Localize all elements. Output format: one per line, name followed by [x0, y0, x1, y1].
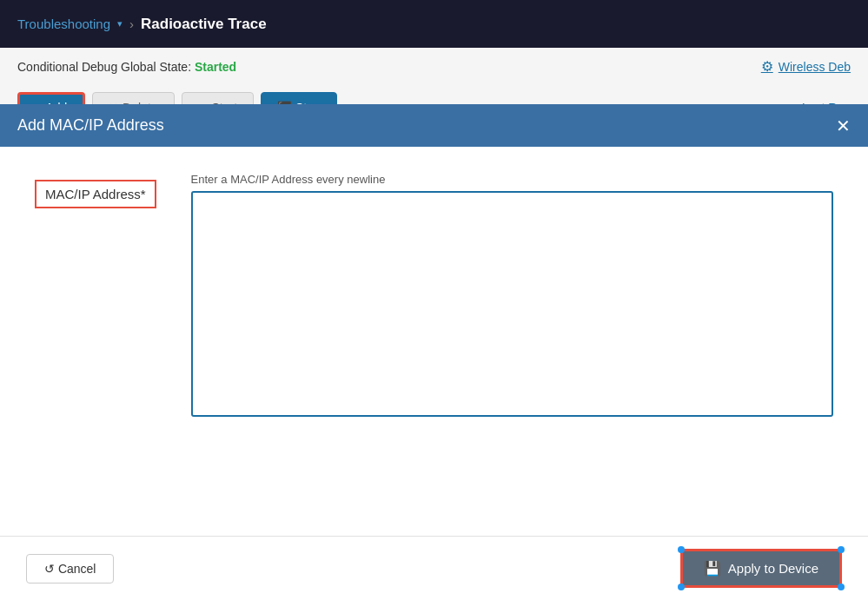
field-label-container: MAC/IP Address* [35, 173, 156, 208]
mac-ip-input-container: Enter a MAC/IP Address every newline [191, 173, 833, 417]
nav-separator: › [129, 16, 134, 31]
toolbar-area: Conditional Debug Global State: Started … [0, 48, 868, 85]
top-nav-bar: Troubleshooting ▾ › Radioactive Trace [0, 0, 868, 48]
modal-close-button[interactable]: ✕ [836, 117, 851, 135]
debug-status-container: Conditional Debug Global State: Started [17, 59, 236, 75]
modal-title: Add MAC/IP Address [17, 116, 164, 135]
page-title: Radioactive Trace [141, 16, 267, 33]
gear-icon: ⚙ [761, 58, 773, 75]
mac-ip-textarea[interactable] [191, 191, 833, 417]
debug-status-label: Conditional Debug Global State: Started [17, 60, 236, 74]
debug-status-value: Started [195, 60, 236, 74]
floppy-disk-icon: 💾 [704, 560, 721, 577]
wireless-debug-button[interactable]: ⚙ Wireless Deb [761, 58, 851, 75]
modal-body: MAC/IP Address* Enter a MAC/IP Address e… [0, 147, 868, 536]
field-hint-text: Enter a MAC/IP Address every newline [191, 173, 833, 186]
corner-dot-tl [678, 546, 685, 553]
corner-dot-bl [678, 584, 685, 590]
add-mac-ip-modal: Add MAC/IP Address ✕ MAC/IP Address* Ent… [0, 104, 868, 600]
cancel-button[interactable]: ↺ Cancel [26, 554, 114, 584]
apply-button-label: Apply to Device [728, 561, 818, 576]
corner-dot-tr [838, 546, 845, 553]
modal-header: Add MAC/IP Address ✕ [0, 104, 868, 147]
wireless-debug-label: Wireless Deb [779, 60, 851, 74]
mac-ip-field-label: MAC/IP Address* [35, 180, 156, 208]
modal-footer: ↺ Cancel 💾 Apply to Device [0, 536, 868, 600]
corner-dot-br [838, 584, 845, 590]
apply-to-device-button[interactable]: 💾 Apply to Device [680, 549, 842, 588]
nav-troubleshooting-link[interactable]: Troubleshooting [17, 16, 110, 31]
nav-dropdown-arrow-icon[interactable]: ▾ [117, 18, 123, 30]
